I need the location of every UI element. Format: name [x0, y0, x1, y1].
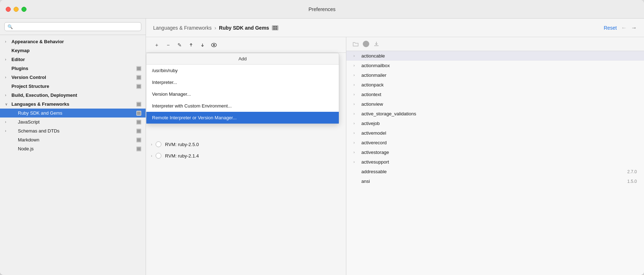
sidebar-label-javascript: JavaScript — [11, 119, 136, 125]
window-title: Preferences — [308, 6, 335, 12]
gem-item-actionview[interactable]: ›actionview — [346, 99, 644, 109]
move-up-button[interactable] — [186, 41, 196, 49]
folder-icon — [353, 42, 358, 46]
close-button[interactable] — [6, 7, 11, 12]
gem-item-active-storage-validations[interactable]: ›active_storage_validations — [346, 109, 644, 119]
eye-button[interactable] — [209, 41, 219, 49]
sidebar-item-javascript[interactable]: ›JavaScript — [0, 118, 146, 126]
sidebar-label-editor: Editor — [11, 57, 141, 62]
search-input[interactable] — [15, 24, 138, 29]
gem-chevron-actionmailer: › — [353, 73, 358, 77]
gem-item-ansi[interactable]: ansi1.5.0 — [346, 176, 644, 186]
dropdown-item-version-manager[interactable]: Version Manager... — [146, 88, 339, 100]
sidebar-item-build[interactable]: ›Build, Execution, Deployment — [0, 91, 146, 100]
gem-name-activestorage: activestorage — [361, 150, 637, 155]
gem-item-activerecord[interactable]: ›activerecord — [346, 138, 644, 148]
svg-rect-9 — [137, 103, 141, 104]
sidebar-item-appearance[interactable]: ›Appearance & Behavior — [0, 37, 146, 46]
search-bar: 🔍 — [0, 19, 146, 35]
svg-rect-0 — [137, 67, 141, 68]
svg-point-34 — [213, 44, 215, 46]
gem-chevron-actiontext: › — [353, 92, 358, 96]
gem-item-activesupport[interactable]: ›activesupport — [346, 157, 644, 167]
add-button[interactable]: + — [152, 41, 162, 49]
dropdown-item-usr-ruby[interactable]: /usr/bin/ruby — [146, 65, 339, 76]
sidebar-item-plugins[interactable]: Plugins — [0, 64, 146, 73]
move-down-button[interactable] — [197, 41, 208, 49]
sidebar-item-markdown[interactable]: Markdown — [0, 135, 146, 144]
gem-chevron-activesupport: › — [353, 160, 358, 164]
svg-rect-1 — [137, 68, 141, 69]
dropdown-item-interpreter-custom[interactable]: Interpreter with Custom Environment... — [146, 100, 339, 112]
split-pane: + − ✎ — [146, 37, 644, 275]
gem-name-activesupport: activesupport — [361, 159, 637, 165]
breadcrumb-left: Languages & Frameworks › Ruby SDK and Ge… — [153, 25, 278, 31]
sidebar-badge-javascript — [136, 120, 141, 125]
gem-item-activejob[interactable]: ›activejob — [346, 119, 644, 128]
gem-chevron-actionmailbox: › — [353, 64, 358, 68]
forward-button[interactable]: → — [631, 25, 637, 31]
gem-item-actionmailbox[interactable]: ›actionmailbox — [346, 61, 644, 70]
svg-rect-23 — [137, 141, 141, 141]
eye-icon — [211, 43, 217, 47]
sdk-item-rvm-2-1[interactable]: ›RVM: ruby-2.1.4 — [146, 150, 346, 161]
gem-name-actiontext: actiontext — [361, 92, 637, 97]
svg-rect-5 — [137, 78, 141, 79]
sdk-radio-rvm-2-5[interactable] — [156, 141, 161, 147]
gem-chevron-actioncable: › — [353, 54, 358, 58]
search-wrap[interactable]: 🔍 — [4, 22, 141, 31]
gem-item-activestorage[interactable]: ›activestorage — [346, 148, 644, 157]
svg-rect-12 — [137, 112, 141, 112]
gem-chevron-activejob: › — [353, 121, 358, 125]
sidebar-item-nodejs[interactable]: Node.js — [0, 144, 146, 153]
gems-download-button[interactable] — [372, 40, 381, 48]
gem-chevron-activemodel: › — [353, 131, 358, 135]
breadcrumb-right: Reset ← → — [604, 25, 637, 31]
sidebar-item-ruby-sdk[interactable]: Ruby SDK and Gems — [0, 109, 146, 118]
gem-item-activemodel[interactable]: ›activemodel — [346, 128, 644, 138]
dropdown-item-interpreter[interactable]: Interpreter... — [146, 76, 339, 88]
gem-item-actioncable[interactable]: ›actioncable — [346, 51, 644, 61]
sidebar-list: ›Appearance & BehaviorKeymap›EditorPlugi… — [0, 35, 146, 275]
sidebar-item-languages[interactable]: ∨Languages & Frameworks — [0, 100, 146, 109]
reset-button[interactable]: Reset — [604, 25, 617, 31]
gem-name-activerecord: activerecord — [361, 140, 637, 145]
sdk-item-rvm-2-5[interactable]: ›RVM: ruby-2.5.0 — [146, 139, 346, 150]
svg-rect-24 — [137, 148, 141, 148]
gem-name-activemodel: activemodel — [361, 130, 637, 136]
svg-rect-17 — [137, 123, 141, 124]
sidebar-item-keymap[interactable]: Keymap — [0, 46, 146, 55]
svg-rect-2 — [137, 69, 141, 70]
sidebar-label-project-structure: Project Structure — [11, 84, 136, 89]
sidebar-chevron-editor: › — [5, 58, 9, 61]
gem-version-ansi: 1.5.0 — [627, 179, 637, 184]
gem-name-activejob: activejob — [361, 121, 637, 126]
sidebar-label-markdown: Markdown — [11, 137, 136, 142]
gems-pane: ›actioncable›actionmailbox›actionmailer›… — [346, 37, 644, 275]
sidebar-item-editor[interactable]: ›Editor — [0, 55, 146, 64]
dropdown-item-remote-interpreter[interactable]: Remote Interpreter or Version Manager... — [146, 112, 339, 124]
sidebar-item-project-structure[interactable]: Project Structure — [0, 82, 146, 91]
breadcrumb-bar: Languages & Frameworks › Ruby SDK and Ge… — [146, 19, 644, 37]
svg-rect-15 — [137, 121, 141, 121]
sidebar-item-schemas[interactable]: ›Schemas and DTDs — [0, 126, 146, 135]
svg-rect-16 — [137, 122, 141, 122]
svg-rect-27 — [273, 26, 275, 28]
svg-rect-26 — [137, 150, 141, 150]
remove-button[interactable]: − — [163, 41, 173, 49]
gem-item-addressable[interactable]: addressable2.7.0 — [346, 167, 644, 176]
gems-folder-button[interactable] — [351, 40, 360, 48]
sdk-radio-rvm-2-1[interactable] — [156, 153, 161, 159]
minimize-button[interactable] — [14, 7, 19, 12]
breadcrumb-parent[interactable]: Languages & Frameworks — [153, 25, 211, 31]
sidebar-chevron-version-control: › — [5, 75, 9, 79]
gem-item-actiontext[interactable]: ›actiontext — [346, 90, 644, 99]
edit-button[interactable]: ✎ — [175, 41, 185, 49]
gem-item-actionpack[interactable]: ›actionpack — [346, 80, 644, 90]
traffic-lights — [6, 7, 26, 12]
gem-item-actionmailer[interactable]: ›actionmailer — [346, 70, 644, 80]
maximize-button[interactable] — [21, 7, 26, 12]
back-button[interactable]: ← — [621, 25, 627, 31]
sidebar-item-version-control[interactable]: ›Version Control — [0, 73, 146, 82]
sdk-chevron-rvm-2-5: › — [151, 142, 152, 146]
